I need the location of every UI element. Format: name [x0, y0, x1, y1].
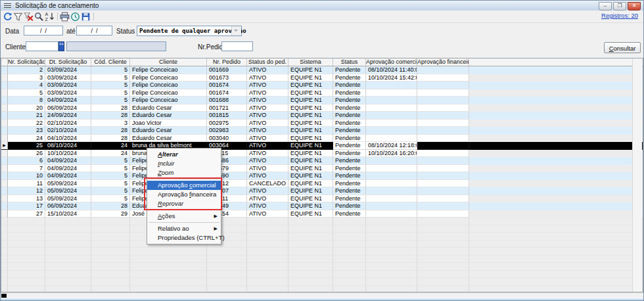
table-row[interactable]: 2715/10/202429José Pl003154ATIVOEQUIPE N… — [1, 210, 643, 218]
grid-cell[interactable]: 13 — [8, 195, 45, 203]
column-header[interactable]: Nr. Pedido — [207, 58, 247, 66]
data-from-input[interactable] — [24, 26, 63, 35]
table-row[interactable]: 1004/09/20245Felipe Conceicao001690ATIVO… — [1, 172, 643, 180]
table-row[interactable] — [1, 241, 643, 248]
grid-cell[interactable]: Pendente — [333, 127, 366, 135]
grid-cell[interactable]: EQUIPE N1 — [288, 150, 333, 158]
grid-cell[interactable] — [288, 286, 333, 293]
grid-cell[interactable]: 5 — [8, 89, 45, 97]
grid-cell[interactable] — [45, 263, 91, 271]
grid-cell[interactable] — [333, 278, 366, 286]
table-row[interactable] — [1, 233, 643, 241]
grid-cell[interactable]: EQUIPE N1 — [288, 187, 333, 195]
grid-cell[interactable] — [8, 241, 45, 248]
grid-cell[interactable] — [247, 218, 288, 225]
grid-cell[interactable] — [417, 218, 469, 225]
menu-item-incluir[interactable]: Incluir — [147, 159, 221, 168]
grid-cell[interactable] — [366, 278, 417, 286]
grid-cell[interactable] — [247, 225, 288, 233]
grid-cell[interactable]: EQUIPE N1 — [288, 142, 333, 150]
grid-cell[interactable]: 6 — [8, 157, 45, 165]
grid-cell[interactable]: Pendente — [333, 142, 366, 150]
grid-cell[interactable] — [8, 278, 45, 286]
grid-cell[interactable] — [288, 271, 333, 279]
grid-cell[interactable]: 28 — [91, 104, 130, 112]
grid-cell[interactable]: Joao Victor — [130, 120, 207, 127]
grid-cell[interactable]: EQUIPE N1 — [288, 120, 333, 127]
grid-cell[interactable]: 17 — [8, 202, 45, 210]
grid-cell[interactable]: Felipe Conceicao — [130, 74, 207, 82]
grid-cell[interactable] — [417, 157, 469, 165]
restore-button[interactable]: ❐ — [613, 2, 626, 11]
grid-cell[interactable]: 001669 — [207, 66, 247, 74]
grid-cell[interactable]: Pendente — [333, 157, 366, 165]
grid-cell[interactable] — [417, 97, 469, 104]
grid-cell[interactable]: 03/09/2024 — [45, 74, 91, 82]
table-row[interactable]: 704/09/20245Felipe Conceicao001679ATIVOE… — [1, 165, 643, 173]
column-header[interactable]: Dt. Solicitação — [45, 58, 91, 66]
grid-cell[interactable] — [366, 218, 417, 225]
clear-filter-icon[interactable] — [24, 12, 34, 21]
grid-cell[interactable]: Felipe Conceicao — [130, 66, 207, 74]
grid-cell[interactable] — [45, 225, 91, 233]
table-row[interactable]: 604/09/20245Felipe Conceicao001686ATIVOE… — [1, 157, 643, 165]
grid-cell[interactable] — [417, 74, 469, 82]
grid-cell[interactable]: 5 — [91, 172, 130, 180]
column-header[interactable]: Status do ped. — [247, 58, 288, 66]
grid-cell[interactable]: Pendente — [333, 112, 366, 120]
grid-cell[interactable] — [333, 256, 366, 264]
zoom-icon[interactable] — [34, 12, 44, 21]
grid-cell[interactable]: EQUIPE N1 — [288, 89, 333, 97]
grid-cell[interactable] — [91, 286, 130, 293]
grid-cell[interactable] — [91, 263, 130, 271]
grid-cell[interactable] — [333, 263, 366, 271]
grid-cell[interactable]: Pendente — [333, 66, 366, 74]
grid-cell[interactable] — [8, 263, 45, 271]
grid-cell[interactable] — [366, 286, 417, 293]
grid-cell[interactable] — [366, 271, 417, 279]
grid-cell[interactable] — [417, 120, 469, 127]
table-row[interactable]: 203/09/20245Felipe Conceicao001669ATIVOE… — [1, 66, 643, 74]
grid-cell[interactable] — [417, 89, 469, 97]
grid-cell[interactable] — [366, 210, 417, 218]
grid-cell[interactable] — [333, 286, 366, 293]
menu-item-aprova-o-comercial[interactable]: Aprovação comercial — [147, 181, 221, 190]
grid-cell[interactable] — [366, 195, 417, 203]
grid-cell[interactable]: 001673 — [207, 74, 247, 82]
grid-cell[interactable]: EQUIPE N1 — [288, 112, 333, 120]
grid-cell[interactable]: 001815 — [207, 112, 247, 120]
grid-cell[interactable] — [91, 278, 130, 286]
grid-cell[interactable]: 001674 — [207, 89, 247, 97]
grid-cell[interactable] — [417, 278, 469, 286]
status-select[interactable]: Pendente de qualquer aprovação — [137, 26, 242, 36]
grid-cell[interactable] — [130, 248, 207, 256]
grid-cell[interactable] — [45, 256, 91, 264]
grid-cell[interactable]: EQUIPE N1 — [288, 127, 333, 135]
grid-cell[interactable] — [417, 202, 469, 210]
grid-cell[interactable]: 24 — [91, 150, 130, 158]
grid-cell[interactable]: 15/10/2024 — [45, 210, 91, 218]
grid-cell[interactable] — [366, 172, 417, 180]
grid-cell[interactable]: Pendente — [333, 187, 366, 195]
grid-cell[interactable]: 25 — [8, 142, 45, 150]
table-row[interactable]: 2302/10/202428Eduardo Cesar002983ATIVOEQ… — [1, 127, 643, 135]
grid-cell[interactable]: 3 — [91, 120, 130, 127]
grid-cell[interactable]: ATIVO — [247, 66, 288, 74]
table-row[interactable] — [1, 256, 643, 264]
grid-cell[interactable] — [366, 225, 417, 233]
grid-cell[interactable]: 04/09/2024 — [45, 97, 91, 104]
grid-cell[interactable] — [8, 233, 45, 241]
grid-cell[interactable]: 28 — [91, 135, 130, 143]
grid-cell[interactable] — [8, 256, 45, 264]
grid-cell[interactable]: 8 — [8, 97, 45, 104]
grid-cell[interactable]: 10/10/2024 16:20:00 — [366, 150, 417, 158]
grid-cell[interactable]: 12 — [8, 187, 45, 195]
grid-cell[interactable]: Pendente — [333, 81, 366, 89]
grid-cell[interactable] — [207, 286, 247, 293]
table-row[interactable]: 2202/10/20243Joao Victor002975ATIVOEQUIP… — [1, 120, 643, 127]
grid-cell[interactable]: 24 — [91, 142, 130, 150]
grid-cell[interactable]: 04/09/2024 — [45, 165, 91, 173]
grid-cell[interactable]: Pendente — [333, 195, 366, 203]
grid-cell[interactable]: 5 — [91, 187, 130, 195]
grid-cell[interactable]: ATIVO — [247, 127, 288, 135]
